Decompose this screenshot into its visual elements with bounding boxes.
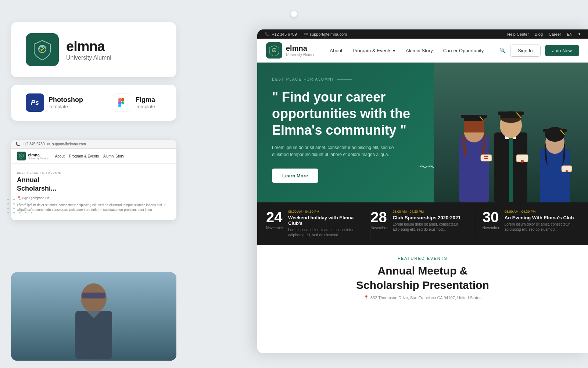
event-title-1: Weekend holiday with Elmna Club's <box>288 215 363 226</box>
featured-title: Annual Meetup &Scholarship Presentation <box>272 263 573 292</box>
svg-rect-19 <box>481 155 492 161</box>
small-content-title: AnnualScholarshi... <box>17 176 171 193</box>
figma-label: Figma Template <box>136 96 155 109</box>
svg-rect-9 <box>82 293 105 298</box>
event-time-1: 08:00 AM - 04:30 PM <box>288 210 363 213</box>
joinnow-button[interactable]: Join Now <box>545 45 579 56</box>
site-nav-actions: 🔍 Sign In Join Now <box>499 45 579 57</box>
photoshop-template-item: Ps Photoshop Template <box>26 93 83 112</box>
photoshop-name: Photoshop <box>49 96 83 104</box>
photoshop-sublabel: Template <box>49 104 83 109</box>
svg-rect-36 <box>543 129 567 132</box>
site-hero: BEST PLACE FOR ALUMNI " Find your career… <box>257 63 588 202</box>
svg-rect-17 <box>461 115 487 118</box>
featured-section: FEATURED EVENTS Annual Meetup &Scholarsh… <box>257 245 588 307</box>
svg-rect-3 <box>118 101 121 104</box>
nav-link-programs[interactable]: Program & Events <box>69 154 99 158</box>
infobar-phone: 📞 +12 345 6789 <box>265 32 297 36</box>
event-date-block-2: 28 November <box>370 210 387 238</box>
graduates-photo <box>434 63 588 202</box>
brand-tagline: University Alumni <box>66 54 111 61</box>
nav-link-alumni[interactable]: Alumni Story <box>103 154 124 158</box>
search-icon[interactable]: 🔍 <box>499 47 506 53</box>
site-shield-icon <box>266 42 282 59</box>
infobar-help[interactable]: Help Center <box>507 32 529 36</box>
site-logo-text: elmna University Alumni <box>286 44 314 57</box>
small-browser-phone: 📞 +12 345 6789 <box>15 142 44 146</box>
site-infobar: 📞 +12 345 6789 ✉ support@elmna.com Help … <box>257 29 588 39</box>
svg-point-1 <box>41 46 43 48</box>
small-browser-brand: elmna <box>28 153 48 157</box>
event-details-1: 08:00 AM - 04:30 PM Weekend holiday with… <box>288 210 363 238</box>
top-decorative-dot <box>291 11 297 17</box>
small-browser-email: ✉ support@elmna.com <box>47 142 86 146</box>
site-brand-tagline: University Alumni <box>286 53 314 57</box>
nav-link-about[interactable]: About <box>55 154 65 158</box>
site-brand-name: elmna <box>286 44 314 53</box>
small-browser-mockup: 📞 +12 345 6789 ✉ support@elmna.com elmna… <box>11 140 176 220</box>
infobar-phone-icon: 📞 <box>265 32 270 36</box>
event-day-3: 30 <box>483 210 499 224</box>
figma-name: Figma <box>136 96 155 104</box>
figma-template-item: Figma Template <box>113 93 155 112</box>
svg-rect-24 <box>509 132 513 202</box>
event-month-3: November <box>483 226 499 230</box>
site-logo: elmna University Alumni <box>266 42 314 59</box>
event-date-block-3: 30 November <box>483 210 499 238</box>
infobar-career[interactable]: Career <box>549 32 561 36</box>
svg-rect-28 <box>498 112 524 115</box>
nav-career[interactable]: Career Oppurtunity <box>443 48 484 53</box>
event-desc-2: Lorem ipsum dolor sit amet, consectetur … <box>392 222 467 232</box>
photoshop-label: Photoshop Template <box>49 96 83 109</box>
featured-label: FEATURED EVENTS <box>272 256 573 261</box>
email-icon: ✉ <box>47 142 50 146</box>
event-month-2: November <box>370 226 387 230</box>
svg-rect-5 <box>121 98 124 101</box>
brand-name-block: elmna University Alumni <box>66 39 111 61</box>
infobar-blog[interactable]: Blog <box>535 32 543 36</box>
small-browser-logo: elmna University Alumni <box>17 152 48 160</box>
event-item-3: 30 November 08:00 AM - 04:30 PM An Eveni… <box>475 210 579 238</box>
event-item-1: 24 November 08:00 AM - 04:30 PM Weekend … <box>266 210 370 238</box>
logo-card: elmna University Alumni <box>11 22 176 77</box>
small-browser-shield <box>17 152 26 160</box>
template-divider <box>98 95 98 110</box>
svg-rect-15 <box>464 120 484 132</box>
small-browser-brand-tag: University Alumni <box>28 157 48 160</box>
nav-alumni[interactable]: Alumni Story <box>406 48 433 53</box>
templates-card: Ps Photoshop Template Figma Template <box>11 85 176 121</box>
learn-more-button[interactable]: Learn More <box>272 169 318 183</box>
event-date-block-1: 24 November <box>266 210 283 238</box>
brand-name: elmna <box>66 39 111 54</box>
event-title-2: Club Sponsorships 2020-2021 <box>392 215 467 220</box>
small-content-address: 📍 832 Thompson Dr <box>17 196 171 200</box>
small-browser-nav: elmna University Alumni About Program & … <box>11 149 176 164</box>
event-details-3: 08:00 AM - 04:30 PM An Evening With Elmn… <box>505 210 579 238</box>
event-time-2: 08:00 AM - 04:30 PM <box>392 210 467 213</box>
infobar-email: ✉ support@elmna.com <box>304 32 347 36</box>
nav-about[interactable]: About <box>330 48 343 53</box>
event-time-3: 08:00 AM - 04:30 PM <box>505 210 579 213</box>
svg-rect-2 <box>118 98 121 101</box>
infobar-right: Help Center Blog Career EN ▾ <box>507 32 581 36</box>
person-silhouette <box>11 272 176 361</box>
nav-programs[interactable]: Program & Events ▾ <box>352 48 395 53</box>
hero-photo-area <box>434 63 588 202</box>
event-day-2: 28 <box>370 210 387 224</box>
featured-location-icon: 📍 <box>364 295 369 300</box>
site-nav-links: About Program & Events ▾ Alumni Story Ca… <box>330 48 484 53</box>
phone-icon: 📞 <box>15 142 20 146</box>
infobar-email-icon: ✉ <box>304 32 308 36</box>
svg-point-39 <box>566 170 568 172</box>
infobar-lang-dropdown[interactable]: ▾ <box>578 32 581 36</box>
hero-body: Lorem ipsum dolor sit amet, consectetur … <box>272 144 404 158</box>
site-navbar: elmna University Alumni About Program & … <box>257 39 588 63</box>
left-panel: elmna University Alumni Ps Photoshop Tem… <box>11 22 176 128</box>
event-item-2: 28 November 08:00 AM - 04:30 PM Club Spo… <box>370 210 475 238</box>
infobar-lang[interactable]: EN <box>567 32 573 36</box>
figma-icon <box>113 93 131 112</box>
svg-rect-35 <box>546 132 564 135</box>
small-browser-content: BEST PLACE FOR ALUMNI AnnualScholarshi..… <box>11 164 176 220</box>
signin-button[interactable]: Sign In <box>510 45 540 57</box>
large-browser-mockup: 📞 +12 345 6789 ✉ support@elmna.com Help … <box>257 29 588 353</box>
